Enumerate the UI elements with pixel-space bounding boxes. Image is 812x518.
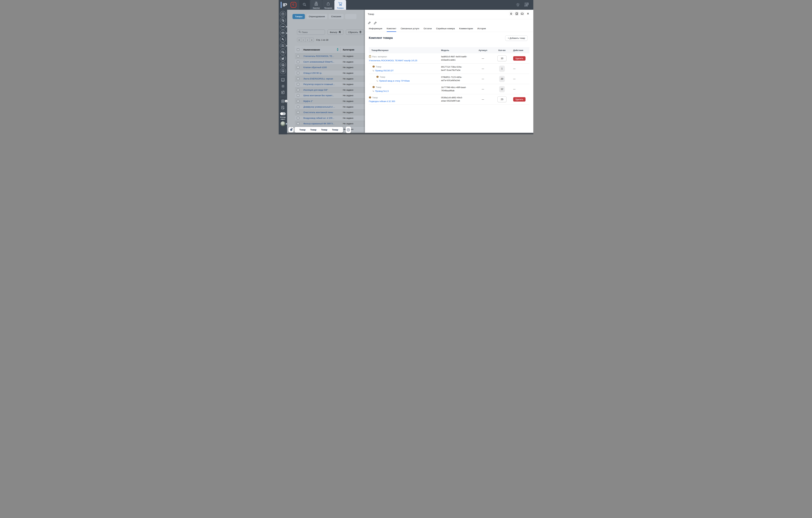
table-row[interactable]: Очиститель монтажной пеныНе задано xyxy=(295,110,372,115)
column-header-name[interactable]: Наименование xyxy=(303,48,320,51)
product-link[interactable]: Шина монтажная без гермет... xyxy=(303,94,341,97)
row-checkbox[interactable] xyxy=(297,72,299,74)
product-link[interactable]: Скотч алюминиевый 50мм*5... xyxy=(303,61,341,63)
search-field[interactable] xyxy=(297,30,325,35)
open-item-tab[interactable]: Товар xyxy=(332,129,338,131)
sidebar-item-analytics[interactable] xyxy=(280,55,286,61)
table-row[interactable]: Скотч алюминиевый 50мм*5...Не задано xyxy=(295,59,372,65)
open-item-tab[interactable]: Товар xyxy=(310,129,316,131)
open-item-tab[interactable]: Товар xyxy=(299,129,306,131)
product-link[interactable]: Утеплитель ROCKWOOL ТЕ... xyxy=(303,55,341,57)
tab-products[interactable]: Товары xyxy=(292,14,305,19)
tab-writeoffs[interactable]: Списания xyxy=(329,14,344,19)
panel-size-small-button[interactable] xyxy=(509,12,513,16)
page-last-button[interactable]: » xyxy=(310,38,314,42)
reset-button[interactable]: Сбросить xyxy=(346,30,364,35)
row-checkbox[interactable] xyxy=(297,89,299,91)
nav-tab-products[interactable]: Товары xyxy=(335,0,346,10)
table-row[interactable]: Изоляция для меди 5/8"Не задано xyxy=(295,87,372,93)
sidebar-item-tools[interactable] xyxy=(280,36,286,42)
tab-stock[interactable]: Остатки xyxy=(424,26,432,32)
user-avatar[interactable] xyxy=(281,121,285,126)
qty-input[interactable] xyxy=(497,97,506,102)
table-row[interactable]: Муфта 1"Не задано xyxy=(295,99,372,104)
nav-tab-sales[interactable]: Продажи xyxy=(322,0,334,10)
page-next-button[interactable]: › xyxy=(306,38,310,42)
select-all-checkbox[interactable] xyxy=(297,48,299,51)
page-first-button[interactable]: « xyxy=(297,38,301,42)
back-button[interactable] xyxy=(291,2,296,8)
hide-panel-button[interactable] xyxy=(346,127,351,133)
product-link[interactable]: Воздуховод гибкий ал. d 100... xyxy=(303,117,341,119)
product-link[interactable]: Диффузор универсальный d ... xyxy=(303,106,341,108)
tab-related-services[interactable]: Связанные услуги xyxy=(401,26,419,32)
sidebar-item-calendar[interactable]: 3 xyxy=(280,11,286,17)
table-row[interactable]: Шина монтажная без гермет...Не задано xyxy=(295,93,372,99)
column-header-category[interactable]: Категория xyxy=(343,48,354,51)
kit-item-link[interactable]: ↳Провод 5х1,5 xyxy=(372,90,441,92)
kit-item-link[interactable]: Подводка гибкая d 32 300 xyxy=(369,100,441,103)
sidebar-item-news[interactable]: NEWS xyxy=(280,68,286,74)
filter-button[interactable]: Фильтр xyxy=(327,30,343,35)
row-checkbox[interactable] xyxy=(297,122,299,125)
sidebar-item-settings[interactable] xyxy=(280,83,286,89)
tab-receipts[interactable]: Оприходования xyxy=(306,14,327,19)
delete-button[interactable]: Удалить xyxy=(513,97,525,102)
tab-kit[interactable]: Комплект xyxy=(387,26,397,32)
nav-tab-purchases[interactable]: Закупки xyxy=(310,0,322,10)
open-item-tab[interactable]: Товар xyxy=(321,129,327,131)
sort-icon[interactable] xyxy=(337,48,339,51)
table-row[interactable]: Фильтр карманный ФК 595*3...Не задано xyxy=(295,121,372,127)
row-checkbox[interactable] xyxy=(297,55,299,57)
product-link[interactable]: Отвод d 200 90 гр. xyxy=(303,72,341,74)
copy-link-icon[interactable] xyxy=(368,21,371,25)
table-row[interactable]: Воздуховод гибкий ал. d 100...Не задано xyxy=(295,115,372,121)
product-link[interactable]: Очиститель монтажной пены xyxy=(303,111,341,114)
table-row[interactable]: Отвод d 200 90 гр.Не задано xyxy=(295,70,372,76)
table-row[interactable]: Диффузор универсальный d ...Не задано xyxy=(295,104,372,110)
sidebar-item-products-catalog[interactable]: A xyxy=(280,62,286,67)
row-checkbox[interactable] xyxy=(297,94,299,97)
sidebar-item-crm[interactable]: CRM xyxy=(280,24,286,30)
row-checkbox[interactable] xyxy=(297,61,299,63)
product-link[interactable]: Регулятор скорости плавный... xyxy=(303,83,341,85)
product-link[interactable]: Клапан обратный d160 xyxy=(303,66,341,69)
sidebar-item-help[interactable]: ? xyxy=(280,77,286,83)
kit-item-link[interactable]: ↳Привод 05/230.DT xyxy=(372,69,441,72)
expand-sidebar-icon[interactable] xyxy=(286,123,287,125)
sidebar-item-warehouse[interactable] xyxy=(280,30,286,36)
kit-item-link[interactable]: ↳Прямой ввод в стену 70*40мм xyxy=(376,79,441,82)
tab-serial-numbers[interactable]: Серийные номера xyxy=(436,26,455,32)
kit-item-link[interactable]: Утеплитель ROCKWOOL ТЕХМАТ каш/ф 1/0,25 xyxy=(369,59,441,62)
delete-button[interactable]: Удалить xyxy=(513,56,525,61)
sidebar-item-finance[interactable]: ₽ xyxy=(280,49,286,55)
timer-dial-button[interactable] xyxy=(288,127,294,132)
tab-history[interactable]: История xyxy=(477,26,486,32)
add-contact-plus-icon[interactable]: + xyxy=(285,100,287,102)
table-row[interactable]: Лента ENERGOROLL чернаяНе задано xyxy=(295,76,372,82)
row-checkbox[interactable] xyxy=(297,83,299,85)
table-row[interactable]: Клапан обратный d160Не задано xyxy=(295,65,372,70)
sidebar-item-helpdesk[interactable]: HELP DESK xyxy=(280,43,286,49)
notifications-bell-icon[interactable] xyxy=(516,2,520,8)
panel-size-large-button[interactable] xyxy=(520,12,524,16)
add-product-button[interactable]: + Добавить товар xyxy=(505,35,527,41)
search-input[interactable] xyxy=(302,31,321,33)
sidebar-item-tasks[interactable] xyxy=(280,105,286,110)
global-search-button[interactable] xyxy=(299,0,310,10)
row-checkbox[interactable] xyxy=(297,111,299,114)
table-row[interactable]: Регулятор скорости плавный...Не задано xyxy=(295,82,372,87)
panel-size-medium-button[interactable] xyxy=(515,12,519,16)
product-link[interactable]: Лента ENERGOROLL черная xyxy=(303,78,341,80)
product-link[interactable]: Фильтр карманный ФК 595*3... xyxy=(303,122,341,125)
row-checkbox[interactable] xyxy=(297,100,299,102)
table-row[interactable]: Утеплитель ROCKWOOL ТЕ...Не задано xyxy=(295,53,372,59)
row-checkbox[interactable] xyxy=(297,117,299,119)
tab-partial-hidden[interactable] xyxy=(345,14,356,19)
sidebar-item-new-note[interactable] xyxy=(280,89,286,96)
tab-information[interactable]: Информация xyxy=(369,26,382,32)
product-link[interactable]: Изоляция для меди 5/8" xyxy=(303,89,341,91)
page-prev-button[interactable]: ‹ xyxy=(301,38,306,42)
always-hidden-toggle[interactable] xyxy=(280,112,286,115)
tab-comments[interactable]: Комментарии xyxy=(459,26,473,32)
